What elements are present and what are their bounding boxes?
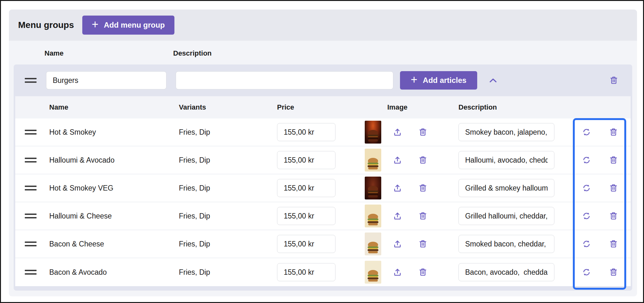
trash-icon xyxy=(418,155,428,165)
delete-group-button[interactable] xyxy=(609,76,619,85)
upload-icon xyxy=(393,155,402,165)
article-image xyxy=(365,232,381,255)
delete-image-button[interactable] xyxy=(418,211,428,221)
delete-article-button[interactable] xyxy=(609,155,618,165)
delete-article-button[interactable] xyxy=(609,267,618,277)
articles-body: Hot & Smokey Fries, Dip xyxy=(15,118,631,286)
drag-handle-icon[interactable] xyxy=(25,78,37,83)
trash-icon xyxy=(418,239,428,249)
outer-column-description: Description xyxy=(173,49,212,57)
refresh-icon xyxy=(582,239,591,249)
description-input[interactable] xyxy=(458,123,554,141)
delete-image-button[interactable] xyxy=(418,183,428,193)
article-name: Halloumi & Cheese xyxy=(49,212,112,220)
article-image xyxy=(365,261,381,284)
upload-image-button[interactable] xyxy=(393,239,402,249)
sync-article-button[interactable] xyxy=(582,211,591,221)
price-input[interactable] xyxy=(277,123,336,141)
article-variants: Fries, Dip xyxy=(179,268,210,277)
trash-icon xyxy=(418,127,428,137)
article-image xyxy=(365,149,381,172)
price-input[interactable] xyxy=(277,151,336,169)
menu-group-burgers: + Add articles xyxy=(14,64,632,291)
collapse-group-button[interactable] xyxy=(488,76,498,85)
group-name-input[interactable] xyxy=(46,71,166,90)
price-input[interactable] xyxy=(277,235,336,253)
drag-handle-icon[interactable] xyxy=(25,270,37,275)
drag-handle-icon[interactable] xyxy=(25,186,37,191)
article-variants: Fries, Dip xyxy=(179,184,210,192)
price-input[interactable] xyxy=(277,179,336,197)
upload-image-button[interactable] xyxy=(393,267,402,277)
article-variants: Fries, Dip xyxy=(179,128,210,137)
article-image xyxy=(365,121,381,144)
sync-article-button[interactable] xyxy=(582,155,591,165)
article-name: Hot & Smokey VEG xyxy=(49,184,113,192)
upload-icon xyxy=(393,267,402,277)
description-input[interactable] xyxy=(458,151,554,169)
description-input[interactable] xyxy=(458,235,554,253)
plus-icon: + xyxy=(92,19,98,30)
upload-icon xyxy=(393,239,402,249)
description-input[interactable] xyxy=(458,207,554,225)
drag-handle-icon[interactable] xyxy=(25,242,37,246)
delete-image-button[interactable] xyxy=(418,155,428,165)
delete-image-button[interactable] xyxy=(418,239,428,249)
sync-article-button[interactable] xyxy=(582,267,591,277)
panel-header: Menu groups + Add menu group xyxy=(9,10,637,41)
table-row: Bacon & Avocado Fries, Dip xyxy=(15,258,631,286)
column-image: Image xyxy=(387,103,408,111)
add-articles-button[interactable]: + Add articles xyxy=(400,71,477,90)
trash-icon xyxy=(609,267,618,277)
trash-icon xyxy=(609,155,618,165)
delete-article-button[interactable] xyxy=(609,183,618,193)
upload-image-button[interactable] xyxy=(393,183,402,193)
trash-icon xyxy=(418,183,428,193)
article-variants: Fries, Dip xyxy=(179,212,210,220)
sync-article-button[interactable] xyxy=(582,239,591,249)
table-row: Hot & Smokey Fries, Dip xyxy=(15,118,631,146)
delete-article-button[interactable] xyxy=(609,127,618,137)
price-input[interactable] xyxy=(277,207,336,225)
description-input[interactable] xyxy=(458,179,554,197)
outer-column-name: Name xyxy=(44,49,64,57)
article-image xyxy=(365,177,381,199)
chevron-up-icon xyxy=(489,78,497,83)
upload-image-button[interactable] xyxy=(393,211,402,221)
refresh-icon xyxy=(582,211,591,221)
refresh-icon xyxy=(582,155,591,165)
app-window: Menu groups + Add menu group Name Descri… xyxy=(0,0,644,303)
upload-image-button[interactable] xyxy=(393,127,402,137)
trash-icon xyxy=(609,183,618,193)
articles-table-header: Name Variants Price Image Description xyxy=(15,96,631,118)
refresh-icon xyxy=(582,183,591,193)
trash-icon xyxy=(609,76,619,85)
column-price: Price xyxy=(277,103,294,111)
article-name: Hot & Smokey xyxy=(49,128,96,137)
delete-article-button[interactable] xyxy=(609,211,618,221)
delete-image-button[interactable] xyxy=(418,267,428,277)
delete-image-button[interactable] xyxy=(418,127,428,137)
sync-article-button[interactable] xyxy=(582,183,591,193)
upload-icon xyxy=(393,183,402,193)
price-input[interactable] xyxy=(277,263,336,281)
drag-handle-icon[interactable] xyxy=(25,130,37,135)
group-description-input[interactable] xyxy=(176,71,393,90)
article-variants: Fries, Dip xyxy=(179,240,210,248)
trash-icon xyxy=(609,127,618,137)
sync-article-button[interactable] xyxy=(582,127,591,137)
add-menu-group-button[interactable]: + Add menu group xyxy=(82,16,174,35)
upload-image-button[interactable] xyxy=(393,155,402,165)
column-variants: Variants xyxy=(179,103,206,111)
trash-icon xyxy=(609,239,618,249)
drag-handle-icon[interactable] xyxy=(25,158,37,163)
upload-icon xyxy=(393,127,402,137)
table-row: Halloumi & Avocado Fries, Dip xyxy=(15,146,631,174)
description-input[interactable] xyxy=(458,263,554,281)
delete-article-button[interactable] xyxy=(609,239,618,249)
article-name: Bacon & Cheese xyxy=(49,240,104,248)
drag-handle-icon[interactable] xyxy=(25,214,37,219)
add-menu-group-label: Add menu group xyxy=(104,21,165,30)
column-name: Name xyxy=(49,103,68,111)
panel-body: Name Description + Add articles xyxy=(9,41,637,296)
